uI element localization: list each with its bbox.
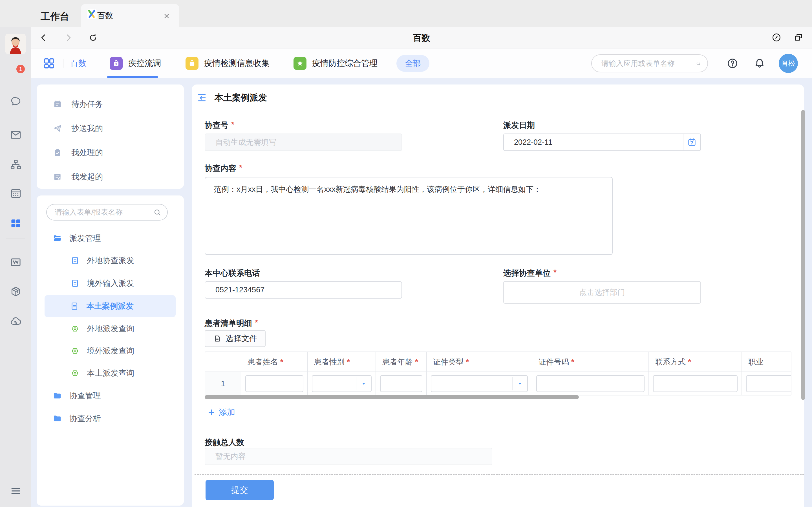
tree-folder-xiecha-mgmt[interactable]: 协查管理 bbox=[52, 385, 101, 407]
sidebar-item-handled-by-me[interactable]: 我处理的 bbox=[53, 144, 103, 161]
add-row-button[interactable]: 添加 bbox=[207, 407, 235, 418]
choose-file-label: 选择文件 bbox=[225, 333, 257, 344]
submit-button[interactable]: 提交 bbox=[206, 480, 274, 500]
nav-tab-prevention-mgmt[interactable]: 疫情防控综合管理 bbox=[294, 57, 377, 70]
patients-table-header: 患者姓名 患者性别 患者年龄 证件类型 证件号码 联系方式 职业 bbox=[205, 352, 791, 372]
tree-label: 境外输入派发 bbox=[87, 278, 134, 289]
dispatch-date-field[interactable] bbox=[503, 133, 701, 151]
tree-label: 协查分析 bbox=[69, 413, 101, 424]
field-label-center-phone: 本中心联系电话 bbox=[205, 268, 260, 279]
mail-icon[interactable] bbox=[10, 129, 22, 141]
user-avatar[interactable]: 肖松 bbox=[779, 54, 798, 73]
choose-file-button[interactable]: 选择文件 bbox=[205, 330, 266, 347]
patient-gender-select[interactable] bbox=[312, 375, 371, 392]
app-search-input[interactable] bbox=[601, 59, 696, 68]
table-horizontal-scrollbar[interactable] bbox=[205, 395, 579, 399]
quick-menu-card: 待办任务 抄送我的 我处理的 我发起的 bbox=[37, 84, 184, 189]
dropdown-caret-icon[interactable] bbox=[360, 380, 367, 387]
docs-icon[interactable] bbox=[10, 256, 22, 269]
tree-label: 本土案例派发 bbox=[86, 301, 134, 312]
folder-icon bbox=[52, 391, 62, 400]
form-panel: 本土案例派发 协查号 派发日期 协查内容 范例：x月xx日，我中心检测一名xxx… bbox=[192, 84, 804, 507]
tree-item-overseas-input-dispatch[interactable]: 境外输入派发 bbox=[70, 272, 134, 294]
window-title: 工作台 bbox=[41, 10, 69, 23]
workbench-grid-icon[interactable] bbox=[10, 217, 22, 230]
form-vertical-scrollbar[interactable] bbox=[801, 110, 805, 400]
xiecha-no-input[interactable] bbox=[205, 133, 402, 151]
occupation-input[interactable] bbox=[746, 375, 792, 392]
chat-icon[interactable] bbox=[10, 95, 22, 107]
form-search-input[interactable] bbox=[55, 208, 153, 217]
center-phone-input[interactable] bbox=[205, 281, 402, 298]
search-icon[interactable] bbox=[696, 59, 701, 68]
query-hexagon-icon bbox=[70, 369, 80, 378]
browser-tab[interactable]: 百数 bbox=[81, 4, 179, 27]
contact-input[interactable] bbox=[653, 375, 738, 392]
prevention-app-icon bbox=[294, 57, 306, 70]
xiecha-content-textarea[interactable]: 范例：x月xx日，我中心检测一名xxx新冠病毒核酸结果为阳性，该病例位于你区，详… bbox=[205, 177, 613, 255]
sidebar-item-started-by-me[interactable]: 我发起的 bbox=[53, 168, 103, 185]
search-icon[interactable] bbox=[153, 208, 161, 217]
help-icon[interactable] bbox=[726, 57, 739, 69]
open-new-window-icon[interactable] bbox=[794, 33, 804, 43]
apps-grid-icon[interactable] bbox=[42, 57, 56, 70]
patient-name-input[interactable] bbox=[245, 375, 303, 392]
tree-item-outland-xiecha-dispatch[interactable]: 外地协查派发 bbox=[70, 249, 134, 272]
select-unit-picker[interactable]: 点击选择部门 bbox=[503, 281, 701, 304]
add-row-label: 添加 bbox=[219, 407, 235, 418]
id-number-input[interactable] bbox=[536, 375, 645, 392]
tree-item-local-case-dispatch-selected[interactable]: 本土案例派发 bbox=[45, 295, 175, 317]
tree-item-overseas-dispatch-query[interactable]: 境外派发查询 bbox=[70, 340, 134, 362]
active-tab-underline bbox=[107, 76, 158, 78]
folder-icon bbox=[52, 414, 62, 424]
dispatch-date-input[interactable] bbox=[504, 134, 683, 151]
org-chart-icon[interactable] bbox=[10, 158, 22, 171]
notification-bell-icon[interactable] bbox=[753, 57, 766, 69]
field-label-xiecha-no: 协查号 bbox=[205, 120, 234, 131]
calendar-7-icon bbox=[687, 137, 697, 147]
app-nav-bar: 百数 ¥ 疾控流调 疫情检测信息收集 疫情防控综合管理 全部 肖松 bbox=[31, 48, 812, 78]
tree-item-outland-dispatch-query[interactable]: 外地派发查询 bbox=[70, 318, 134, 340]
id-type-select[interactable] bbox=[431, 375, 528, 392]
file-icon bbox=[213, 334, 221, 343]
patient-gender-cell bbox=[308, 372, 376, 395]
sidebar-item-todo-tasks[interactable]: 待办任务 bbox=[53, 96, 103, 113]
tree-label: 境外派发查询 bbox=[87, 346, 134, 356]
more-menu-icon[interactable] bbox=[10, 485, 22, 497]
row-number-cell: 1 bbox=[205, 372, 241, 395]
workspace-cube-icon[interactable] bbox=[10, 285, 22, 298]
nav-all-pill[interactable]: 全部 bbox=[396, 55, 429, 72]
patient-age-cell bbox=[376, 372, 427, 395]
plus-icon bbox=[207, 408, 215, 416]
dock-sidebar: 1 bbox=[0, 27, 31, 507]
dropdown-caret-icon[interactable] bbox=[516, 380, 523, 387]
tree-item-local-dispatch-query[interactable]: 本土派发查询 bbox=[70, 362, 134, 384]
nav-tab-test-info-collect[interactable]: 疫情检测信息收集 bbox=[186, 57, 269, 70]
tree-folder-dispatch-mgmt[interactable]: 派发管理 bbox=[52, 227, 101, 249]
app-search-box[interactable] bbox=[591, 54, 708, 72]
test-info-app-icon bbox=[186, 57, 199, 70]
nav-tab-epidemic-survey[interactable]: ¥ 疾控流调 bbox=[110, 57, 161, 70]
tab-close-icon[interactable] bbox=[162, 12, 171, 20]
nav-divider bbox=[63, 59, 63, 68]
patient-age-input[interactable] bbox=[380, 375, 422, 392]
cloud-call-icon[interactable] bbox=[10, 315, 22, 327]
tree-folder-xiecha-analysis[interactable]: 协查分析 bbox=[52, 407, 101, 430]
total-contacts-input[interactable] bbox=[205, 448, 492, 465]
menu-item-label: 待办任务 bbox=[71, 99, 103, 110]
contact-cell bbox=[649, 372, 742, 395]
form-search-box[interactable] bbox=[46, 204, 168, 221]
user-photo-avatar[interactable] bbox=[5, 34, 26, 54]
calendar-icon[interactable] bbox=[10, 187, 22, 200]
date-picker-button[interactable] bbox=[683, 134, 700, 151]
browser-chrome: 百数 bbox=[0, 27, 812, 48]
col-contact: 联系方式 bbox=[649, 352, 742, 372]
open-in-browser-icon[interactable] bbox=[771, 33, 781, 43]
col-id-type: 证件类型 bbox=[427, 352, 532, 372]
epidemic-survey-app-icon: ¥ bbox=[110, 57, 123, 70]
nav-home-baishu[interactable]: 百数 bbox=[70, 58, 87, 69]
collapse-back-icon[interactable] bbox=[197, 93, 207, 103]
user-photo bbox=[5, 34, 26, 54]
patients-table-row: 1 bbox=[205, 372, 791, 395]
sidebar-item-cc-to-me[interactable]: 抄送我的 bbox=[53, 120, 103, 137]
